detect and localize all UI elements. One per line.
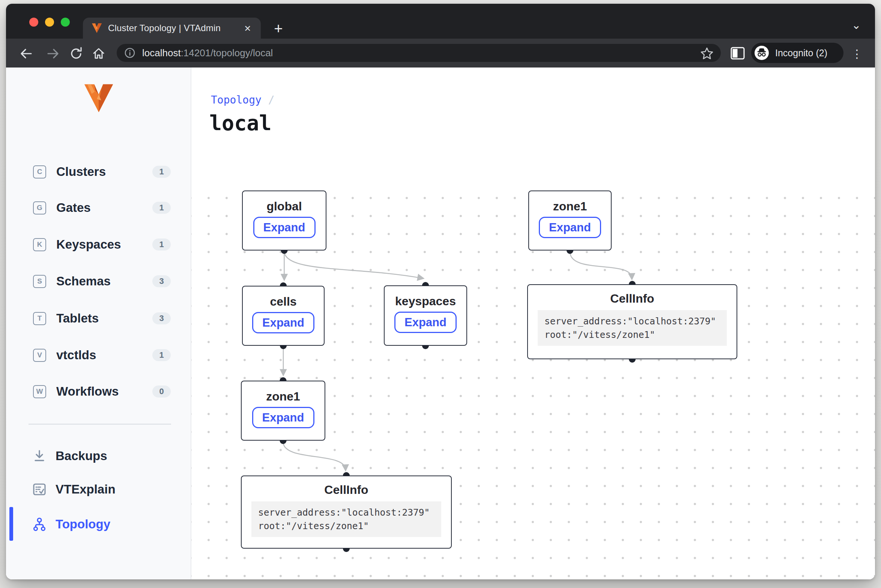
sidebar-item-gates[interactable]: G Gates 1 [6,196,191,219]
browser-window: Cluster Topology | VTAdmin ✕ + ⌄ [6,4,875,579]
node-keyspaces[interactable]: keyspaces Expand [384,285,467,346]
cellinfo-code-block: server_address:"localhost:2379" root:"/v… [538,310,727,346]
browser-menu-button[interactable]: ⋮ [849,45,864,62]
edge-zone1-cellinfo-right [570,252,632,278]
node-title: cells [243,295,324,309]
sidebar: C Clusters 1 G Gates 1 K Keyspaces 1 S S… [6,68,191,579]
count-badge: 1 [152,166,171,178]
count-badge: 1 [152,238,171,250]
node-zone1-lower[interactable]: zone1 Expand [241,381,325,441]
forward-button[interactable] [45,45,62,62]
sidebar-item-label: Tablets [56,311,99,326]
node-title: CellInfo [528,292,737,306]
star-icon [699,46,714,61]
sidebar-item-label: VTExplain [56,482,116,496]
node-global[interactable]: global Expand [242,190,326,250]
sidebar-item-label: Keyspaces [56,237,121,252]
count-badge: 3 [152,275,171,287]
code-line: server_address:"localhost:2379" [258,506,434,519]
count-badge: 0 [152,386,171,398]
count-badge: 1 [152,349,171,361]
sidebar-item-label: Clusters [56,165,106,179]
window-zoom-button[interactable] [61,18,70,27]
incognito-icon [754,45,769,60]
url-host: localhost [142,47,181,58]
sidebar-item-label: Schemas [56,274,111,288]
node-cells[interactable]: cells Expand [242,286,325,346]
expand-button[interactable]: Expand [539,217,601,238]
schemas-letter-icon: S [33,275,46,288]
reload-button[interactable] [68,45,84,62]
count-badge: 1 [152,202,171,214]
expand-button[interactable]: Expand [253,217,316,238]
home-icon [91,46,106,61]
node-title: keyspaces [385,294,466,308]
sidebar-item-vtexplain[interactable]: VTExplain [6,478,191,501]
window-close-button[interactable] [29,18,38,27]
incognito-label: Incognito (2) [775,48,827,58]
side-panel-button[interactable] [730,46,745,60]
tablets-letter-icon: T [33,312,46,325]
sidebar-item-label: Workflows [56,384,119,399]
reload-icon [69,46,84,61]
sidebar-item-keyspaces[interactable]: K Keyspaces 1 [6,233,191,256]
profile-badge[interactable]: Incognito (2) [751,43,843,63]
node-title: CellInfo [242,483,451,497]
screenshot-root: { "browser": { "tab_title": "Cluster Top… [0,0,881,588]
tab-strip: Cluster Topology | VTAdmin ✕ + ⌄ [6,4,875,39]
address-bar[interactable]: localhost:14201/topology/local [117,44,721,62]
bookmark-button[interactable] [699,46,714,61]
site-info-icon[interactable] [124,47,135,58]
home-button[interactable] [90,45,107,62]
edge-zone1-cellinfo-bottom [283,442,346,470]
node-zone1-top[interactable]: zone1 Expand [528,190,612,250]
sidebar-item-label: Gates [56,201,91,215]
sidebar-item-workflows[interactable]: W Workflows 0 [6,380,191,403]
node-title: global [243,200,326,213]
node-cellinfo-bottom[interactable]: CellInfo server_address:"localhost:2379"… [241,476,452,549]
count-badge: 3 [152,312,171,324]
code-line: root:"/vitess/zone1" [544,328,720,342]
forward-arrow-icon [46,46,61,61]
back-arrow-icon [18,46,33,61]
new-tab-button[interactable]: + [270,20,287,37]
vtctlds-letter-icon: V [33,349,46,362]
sidebar-item-label: vtctlds [56,348,96,362]
keyspaces-letter-icon: K [33,238,46,251]
sidebar-item-backups[interactable]: Backups [6,444,191,468]
sidebar-item-topology[interactable]: Topology [6,513,191,536]
browser-toolbar: localhost:14201/topology/local Inc [6,39,875,68]
backups-download-icon [32,449,47,463]
clusters-letter-icon: C [33,165,46,178]
sidebar-item-label: Topology [56,517,110,531]
node-title: zone1 [242,390,325,404]
tab-title: Cluster Topology | VTAdmin [108,23,221,33]
sidebar-item-label: Backups [56,449,107,463]
sidebar-item-vtctlds[interactable]: V vtctlds 1 [6,344,191,367]
node-cellinfo-right[interactable]: CellInfo server_address:"localhost:2379"… [527,284,737,359]
tab-close-icon[interactable]: ✕ [242,23,253,34]
topology-page: Topology/ local [191,68,875,579]
window-minimize-button[interactable] [45,18,54,27]
active-nav-indicator [9,507,13,541]
gates-letter-icon: G [33,201,46,214]
vitess-favicon-icon [91,22,102,34]
url-path: :14201/topology/local [181,47,273,58]
edge-global-keyspaces [284,252,423,278]
code-line: server_address:"localhost:2379" [544,315,720,328]
side-panel-icon [730,46,745,60]
back-button[interactable] [18,45,34,62]
sidebar-item-schemas[interactable]: S Schemas 3 [6,270,191,293]
sidebar-item-tablets[interactable]: T Tablets 3 [6,307,191,330]
topology-nodes-icon [32,517,47,531]
cellinfo-code-block: server_address:"localhost:2379" root:"/v… [251,501,441,537]
tab-search-chevron-icon[interactable]: ⌄ [848,17,865,32]
browser-tab[interactable]: Cluster Topology | VTAdmin ✕ [83,18,261,39]
url-text: localhost:14201/topology/local [142,47,273,59]
sidebar-item-clusters[interactable]: C Clusters 1 [6,160,191,183]
expand-button[interactable]: Expand [252,407,314,428]
node-title: zone1 [529,200,611,213]
code-line: root:"/vitess/zone1" [258,519,434,533]
expand-button[interactable]: Expand [394,312,457,333]
expand-button[interactable]: Expand [252,312,314,333]
